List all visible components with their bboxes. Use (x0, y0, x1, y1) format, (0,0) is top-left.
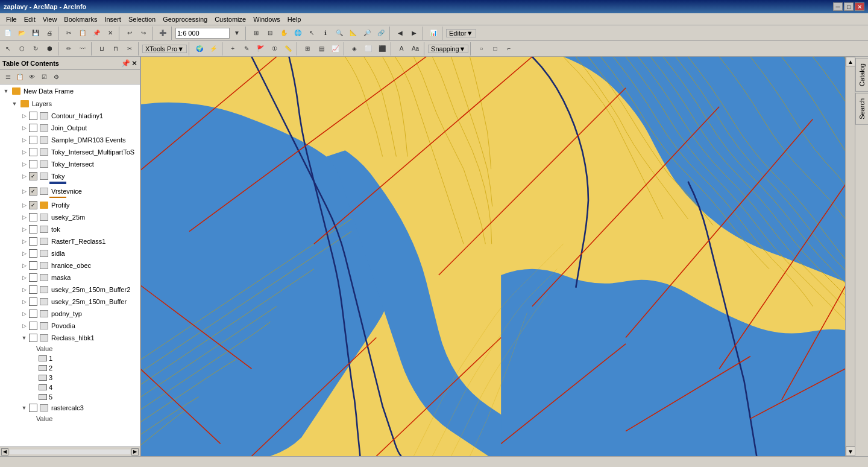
buf-expand[interactable]: ▷ (19, 297, 29, 307)
rastercalc3-check[interactable] (29, 404, 37, 412)
xtools-label[interactable]: XTools Pro▼ (142, 45, 187, 53)
podny-check[interactable] (29, 310, 37, 318)
menu-selection[interactable]: Selection (125, 14, 159, 24)
select-btn[interactable]: ↖ (305, 27, 318, 40)
scroll-up-btn[interactable]: ▲ (846, 57, 855, 66)
tok-check[interactable] (29, 225, 37, 234)
toc-hscroll[interactable]: ◀ ▶ (0, 446, 140, 456)
layer-reclass[interactable]: ▼ Reclass_hlbk1 (0, 332, 140, 344)
menu-windows[interactable]: Windows (250, 14, 284, 24)
layer-tok[interactable]: ▷ tok (0, 223, 140, 235)
t2-union[interactable]: ⊔ (95, 42, 108, 56)
toky-multi-check[interactable] (29, 148, 37, 156)
print-btn[interactable]: 🖨 (43, 27, 56, 40)
snapping-label[interactable]: Snapping▼ (428, 45, 468, 53)
join-check[interactable] (29, 124, 37, 132)
layers-expand[interactable]: ▼ (10, 99, 19, 109)
hranice-check[interactable] (29, 261, 37, 270)
globe-btn[interactable]: 🌐 (291, 27, 304, 40)
layer-contour-expand[interactable]: ▷ (19, 111, 29, 121)
editor-label[interactable]: Editor▼ (446, 29, 476, 37)
scroll-right-btn[interactable]: ▶ (131, 448, 139, 456)
vrstevnice-check[interactable]: ✓ (29, 187, 37, 195)
layers-group-item[interactable]: ▼ Layers (0, 98, 140, 110)
dataframe-item[interactable]: ▼ New Data Frame (0, 84, 140, 98)
menu-help[interactable]: Help (284, 14, 305, 24)
t2-extent[interactable]: ⬜ (362, 42, 375, 56)
scale-dropdown[interactable]: ▼ (230, 27, 244, 40)
catalog-tab[interactable]: Catalog (855, 58, 869, 92)
menu-bookmarks[interactable]: Bookmarks (60, 14, 101, 24)
menu-geoprocessing[interactable]: Geoprocessing (159, 14, 211, 24)
layer-useky-buf[interactable]: ▷ useky_25m_150m_Buffer (0, 296, 140, 308)
menu-view[interactable]: View (39, 14, 61, 24)
t2-cut[interactable]: ✂ (123, 42, 136, 56)
t2-reshape[interactable]: ⬢ (43, 42, 56, 56)
t2-grid[interactable]: ⊞ (301, 42, 314, 56)
t2-arrow[interactable]: ↖ (1, 42, 14, 56)
buf2-check[interactable] (29, 285, 37, 294)
delete-btn[interactable]: ✕ (104, 27, 117, 40)
toc-close-btn[interactable]: ✕ (131, 59, 137, 68)
t2-add-pt[interactable]: + (226, 42, 239, 56)
layer-contour-hladiny1[interactable]: ▷ Contour_hladiny1 (0, 110, 140, 122)
zoom-full[interactable]: ⊞ (250, 27, 263, 40)
useky25m-check[interactable] (29, 213, 37, 221)
menu-edit[interactable]: Edit (20, 14, 39, 24)
toky-multi-expand[interactable]: ▷ (19, 147, 29, 157)
scroll-left-btn[interactable]: ◀ (1, 448, 8, 456)
close-button[interactable]: ✕ (855, 2, 864, 11)
t2-snap2[interactable]: ◈ (348, 42, 361, 56)
layer-hranice[interactable]: ▷ hranice_obec (0, 259, 140, 272)
t2-sel[interactable]: ⬛ (376, 42, 389, 56)
cut-btn[interactable]: ✂ (62, 27, 75, 40)
t2-label[interactable]: A (395, 42, 408, 56)
map-area[interactable]: ▲ ▼ (141, 57, 855, 456)
menu-customize[interactable]: Customize (211, 14, 250, 24)
profily-check[interactable]: ✓ (29, 201, 37, 209)
toky-expand[interactable]: ▷ (19, 171, 29, 181)
layer-toky-intersect-multi[interactable]: ▷ Toky_Intersect_MultipartToS (0, 146, 140, 158)
t2-table[interactable]: ▤ (315, 42, 328, 56)
layer-profily[interactable]: ▷ ✓ Profily (0, 199, 140, 211)
layer-maska[interactable]: ▷ maska (0, 272, 140, 284)
t2-sketch[interactable]: ✏ (62, 42, 75, 56)
rastert-expand[interactable]: ▷ (19, 237, 29, 246)
rastert-check[interactable] (29, 237, 37, 246)
t2-rotate[interactable]: ↻ (29, 42, 42, 56)
redo-btn[interactable]: ↪ (137, 27, 150, 40)
maximize-button[interactable]: □ (844, 2, 854, 11)
t2-sq[interactable]: □ (488, 42, 502, 56)
hranice-expand[interactable]: ▷ (19, 261, 29, 270)
identify-btn[interactable]: 🔍 (333, 27, 346, 40)
hyperlink-btn[interactable]: 🔗 (374, 27, 388, 40)
povodia-expand[interactable]: ▷ (19, 321, 29, 331)
dmr-check[interactable] (29, 136, 37, 144)
info-btn[interactable]: ℹ (319, 27, 332, 40)
search-tab[interactable]: Search (855, 93, 869, 125)
zoom-layer[interactable]: ⊟ (263, 27, 277, 40)
layer-sample-dmr[interactable]: ▷ Sample_DMR103 Events (0, 134, 140, 146)
toky-int-check[interactable] (29, 160, 37, 168)
back-btn[interactable]: ◀ (394, 27, 407, 40)
layer-rastercalc3[interactable]: ▼ rastercalc3 (0, 402, 140, 414)
undo-btn[interactable]: ↩ (123, 27, 136, 40)
pan-btn[interactable]: ✋ (277, 27, 291, 40)
t2-chart[interactable]: 📈 (329, 42, 342, 56)
add-data-btn[interactable]: ➕ (156, 27, 169, 40)
podny-expand[interactable]: ▷ (19, 309, 29, 319)
t2-corner[interactable]: ⌐ (502, 42, 515, 56)
buf-check[interactable] (29, 297, 37, 306)
t2-flag[interactable]: 🚩 (254, 42, 267, 56)
sidla-expand[interactable]: ▷ (19, 249, 29, 258)
layout-view[interactable]: 📊 (427, 27, 440, 40)
map-vscroll[interactable]: ▲ ▼ (845, 57, 855, 456)
t2-freehand[interactable]: 〰 (76, 42, 89, 56)
toc-vis-btn[interactable]: 👁 (27, 72, 37, 83)
t2-ruler[interactable]: 📏 (281, 42, 295, 56)
measure-btn[interactable]: 📐 (347, 27, 360, 40)
layer-povodia[interactable]: ▷ Povodia (0, 320, 140, 332)
minimize-button[interactable]: ─ (833, 2, 843, 11)
profily-expand[interactable]: ▷ (19, 200, 29, 210)
menu-insert[interactable]: Insert (101, 14, 125, 24)
